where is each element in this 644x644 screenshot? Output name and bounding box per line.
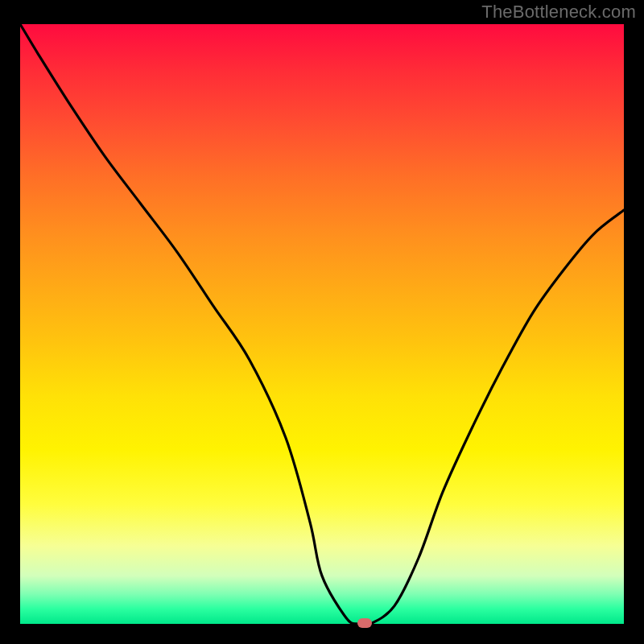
plot-area	[20, 24, 624, 624]
optimal-point-marker	[357, 618, 372, 628]
chart-frame: TheBottleneck.com	[0, 0, 644, 644]
watermark-text: TheBottleneck.com	[481, 2, 636, 23]
bottleneck-curve	[20, 24, 624, 624]
